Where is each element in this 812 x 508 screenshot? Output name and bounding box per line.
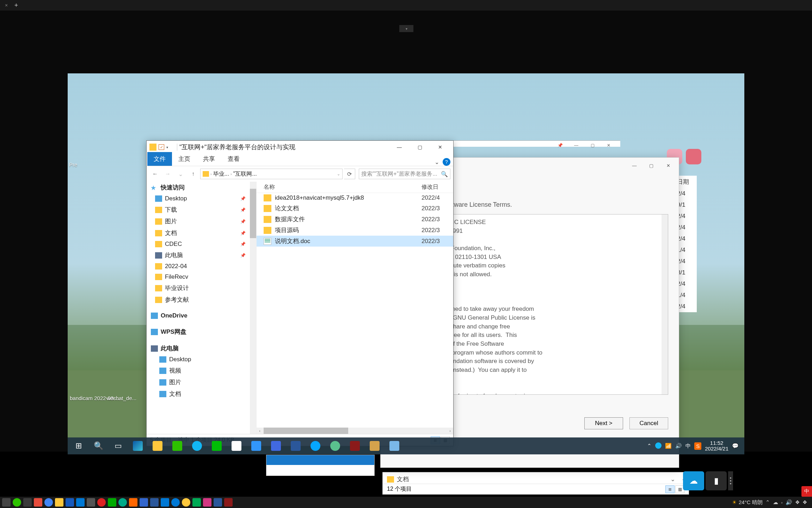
youku-icon[interactable]: [228, 439, 245, 453]
bg-window-close[interactable]: ✕: [601, 140, 617, 150]
sidebar-item[interactable]: FileRecv: [147, 272, 256, 282]
cloud-float-icon[interactable]: ☁: [683, 471, 704, 490]
search-input[interactable]: 搜索""互联网+"居家养老服务... 🔍: [359, 169, 450, 179]
word-icon[interactable]: [287, 439, 304, 453]
tray-status-icon[interactable]: ◦: [781, 500, 783, 506]
sidebar-item[interactable]: CDEC📌: [147, 239, 256, 249]
app-icon[interactable]: [346, 439, 364, 453]
host-app-icon[interactable]: [150, 498, 159, 507]
dingtalk-icon[interactable]: [247, 439, 265, 453]
weather-widget[interactable]: ☀ 24°C 晴朗: [732, 499, 763, 506]
sidebar-item[interactable]: WPS网盘: [147, 326, 256, 338]
search-icon[interactable]: 🔍: [441, 171, 448, 177]
minimize-button[interactable]: —: [389, 141, 410, 153]
scroll-right-icon[interactable]: ›: [447, 428, 453, 434]
host-app-icon[interactable]: [182, 498, 190, 507]
sidebar-item[interactable]: 毕业设计: [147, 282, 256, 294]
ribbon-expand-icon[interactable]: ⌄: [435, 159, 439, 165]
host-app-icon[interactable]: [161, 498, 169, 507]
host-app-icon[interactable]: [23, 498, 32, 507]
license-scrollbar[interactable]: [662, 214, 668, 394]
host-tab-close[interactable]: ×: [3, 2, 10, 9]
address-dropdown-icon[interactable]: ⌄: [337, 172, 340, 176]
nav-up-icon[interactable]: ↑: [187, 169, 199, 179]
host-wechat-icon[interactable]: [13, 498, 21, 507]
maximize-button[interactable]: ▢: [410, 141, 430, 153]
baidu-disk-icon[interactable]: [307, 439, 324, 453]
taskbar-clock[interactable]: 11:52 2022/4/21: [705, 440, 728, 452]
quickaccess-check-icon[interactable]: ✓: [159, 144, 164, 150]
quickaccess-dropdown-icon[interactable]: ▾: [166, 145, 171, 149]
bg-window-maximize[interactable]: ▢: [584, 140, 601, 150]
sidebar-item[interactable]: 此电脑📌: [147, 249, 256, 261]
host-app-icon[interactable]: [118, 498, 127, 507]
ribbon-tab-0[interactable]: 文件: [147, 152, 172, 166]
wechat-icon[interactable]: [168, 439, 186, 453]
host-app-icon[interactable]: [66, 498, 74, 507]
explorer-icon[interactable]: [149, 439, 166, 453]
scrollbar-thumb[interactable]: [264, 428, 348, 434]
search-taskbar-icon[interactable]: 🔍: [90, 439, 107, 453]
sidebar-item[interactable]: OneDrive: [147, 310, 256, 321]
host-app-icon[interactable]: [171, 498, 180, 507]
file-row[interactable]: idea2018+navicat+mysql5.7+jdk82022/4: [257, 193, 453, 203]
breadcrumb-segment[interactable]: 毕业...: [213, 170, 229, 178]
host-ime-badge[interactable]: 中: [801, 486, 812, 497]
host-app-icon[interactable]: [203, 498, 211, 507]
tray-cloud-icon[interactable]: ☁: [773, 499, 778, 506]
sidebar-item[interactable]: Desktop📌: [147, 193, 256, 204]
nav-back-icon[interactable]: ←: [149, 169, 161, 179]
sidebar-item[interactable]: Desktop: [147, 354, 256, 365]
dropdown-hint-icon[interactable]: ▾: [399, 25, 413, 32]
tray-wifi-icon[interactable]: 📶: [665, 443, 672, 449]
nav-recent-dropdown-icon[interactable]: ⌄: [175, 169, 186, 179]
host-app-icon[interactable]: [2, 498, 11, 507]
view-details-icon[interactable]: ≣: [665, 485, 675, 493]
host-app-icon[interactable]: [129, 498, 137, 507]
sidebar-scrollbar-thumb[interactable]: [250, 189, 256, 238]
tray-app-icon[interactable]: [655, 442, 662, 450]
chevron-right-icon[interactable]: ›: [210, 172, 212, 176]
wps-icon[interactable]: [267, 439, 285, 453]
next-button[interactable]: Next >: [584, 417, 623, 429]
host-chrome-icon[interactable]: [44, 498, 53, 507]
tray-app-icon[interactable]: ❖: [802, 499, 807, 506]
tray-volume-icon[interactable]: 🔊: [786, 499, 792, 506]
app-icon-2[interactable]: [366, 439, 383, 453]
sidebar-item[interactable]: ★快速访问: [147, 182, 256, 193]
sidebar-item[interactable]: 文档: [147, 388, 256, 400]
host-app-icon[interactable]: [192, 498, 201, 507]
sidebar-item[interactable]: 下载📌: [147, 204, 256, 216]
breadcrumb-segment[interactable]: "互联网...: [233, 170, 257, 178]
host-record-icon[interactable]: [97, 498, 106, 507]
sidebar-item[interactable]: 视频: [147, 365, 256, 376]
chevron-down-icon[interactable]: ⌄: [670, 476, 675, 483]
cancel-button[interactable]: Cancel: [629, 417, 668, 429]
tray-ime-indicator[interactable]: 中: [685, 443, 691, 449]
bg-window-pin-icon[interactable]: 📌: [552, 140, 568, 150]
file-row[interactable]: 论文文档2022/3: [257, 203, 453, 214]
sidebar-item[interactable]: 2022-04: [147, 261, 256, 272]
tray-chevron-up-icon[interactable]: ⌃: [647, 443, 652, 449]
chat-icon[interactable]: [326, 439, 344, 453]
horizontal-scrollbar[interactable]: ‹ ›: [257, 428, 453, 434]
sidebar-item[interactable]: 文档📌: [147, 227, 256, 239]
sidebar-item[interactable]: 图片📌: [147, 216, 256, 227]
sidebar-item[interactable]: 此电脑: [147, 343, 256, 354]
license-maximize[interactable]: ▢: [643, 159, 660, 171]
iqiyi-icon[interactable]: [208, 439, 226, 453]
refresh-icon[interactable]: ⟳: [344, 169, 355, 179]
app-icon-3[interactable]: [386, 439, 403, 453]
edge-icon[interactable]: [129, 439, 147, 453]
host-app-icon[interactable]: [76, 498, 85, 507]
ribbon-tab-3[interactable]: 查看: [221, 152, 246, 166]
bg-window-minimize[interactable]: —: [568, 140, 584, 150]
host-tab-add[interactable]: +: [13, 2, 20, 9]
host-app-icon[interactable]: [34, 498, 42, 507]
license-minimize[interactable]: —: [626, 159, 643, 171]
close-button[interactable]: ✕: [430, 141, 450, 153]
sidebar-item[interactable]: 图片: [147, 376, 256, 388]
host-app-icon[interactable]: [87, 498, 95, 507]
file-row[interactable]: 项目源码2022/3: [257, 225, 453, 236]
host-explorer-icon[interactable]: [55, 498, 63, 507]
